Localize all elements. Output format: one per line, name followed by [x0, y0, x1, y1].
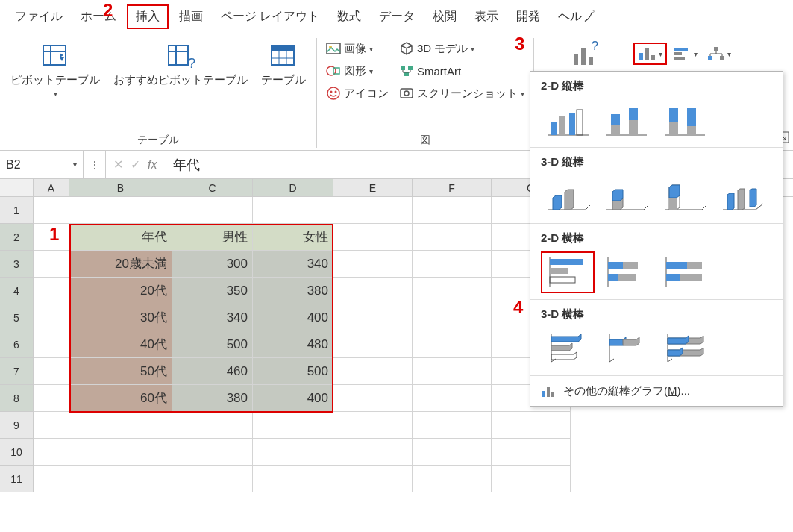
cell[interactable]: 女性	[253, 224, 333, 251]
stacked-bar-icon[interactable]	[599, 251, 653, 293]
cell[interactable]	[413, 304, 492, 331]
cell[interactable]: 年代	[69, 224, 172, 251]
menu-review[interactable]: 校閲	[425, 6, 464, 28]
3d-stacked-bar-icon[interactable]	[599, 328, 653, 369]
fx-icon[interactable]: fx	[148, 158, 157, 172]
col-header[interactable]: A	[34, 179, 69, 196]
3d-model-button[interactable]: 3D モデル ▾	[396, 40, 527, 57]
cell[interactable]	[333, 224, 413, 251]
cell[interactable]	[492, 412, 571, 439]
row-header[interactable]: 3	[0, 251, 34, 278]
cell[interactable]	[253, 412, 333, 439]
insert-function-icon[interactable]: ⋮	[84, 151, 106, 178]
cell[interactable]: 30代	[69, 304, 172, 331]
more-column-charts[interactable]: その他の縦棒グラフ(M)...	[530, 376, 783, 406]
row-header[interactable]: 10	[0, 439, 34, 466]
column-chart-button[interactable]: ▾	[633, 43, 667, 65]
cell[interactable]: 20代	[69, 278, 172, 304]
cell[interactable]: 男性	[172, 224, 253, 251]
col-header[interactable]: E	[333, 179, 413, 196]
cell[interactable]	[69, 439, 172, 466]
menu-view[interactable]: 表示	[467, 6, 506, 28]
cell[interactable]	[413, 412, 492, 439]
cell[interactable]	[413, 385, 492, 412]
cell[interactable]	[333, 412, 413, 439]
cell[interactable]	[34, 412, 69, 439]
menu-file[interactable]: ファイル	[7, 6, 70, 28]
row-header[interactable]: 5	[0, 304, 34, 331]
cell[interactable]: 20歳未満	[69, 251, 172, 278]
row-header[interactable]: 1	[0, 197, 34, 224]
row-header[interactable]: 2	[0, 224, 34, 251]
cell[interactable]	[492, 466, 571, 492]
cell[interactable]	[253, 466, 333, 492]
cell[interactable]: 60代	[69, 385, 172, 412]
cell[interactable]	[34, 358, 69, 385]
cell[interactable]	[333, 358, 413, 385]
cell[interactable]	[492, 439, 571, 466]
cell[interactable]	[172, 439, 253, 466]
3d-clustered-bar-icon[interactable]	[541, 328, 595, 369]
row-header[interactable]: 9	[0, 412, 34, 439]
row-header[interactable]: 11	[0, 466, 34, 492]
col-header[interactable]: C	[172, 179, 253, 196]
stacked-100-column-icon[interactable]	[657, 99, 711, 141]
cell[interactable]	[413, 251, 492, 278]
cell[interactable]	[34, 304, 69, 331]
recommended-pivot-button[interactable]: ? おすすめピボットテーブル	[109, 38, 252, 90]
cell[interactable]	[172, 197, 253, 224]
cell[interactable]	[34, 197, 69, 224]
row-header[interactable]: 7	[0, 358, 34, 385]
cell[interactable]	[413, 331, 492, 358]
enter-icon[interactable]: ✓	[131, 157, 140, 172]
cell[interactable]	[253, 197, 333, 224]
col-header[interactable]: F	[413, 179, 492, 196]
cell[interactable]: 400	[253, 385, 333, 412]
cell[interactable]	[34, 251, 69, 278]
clustered-column-icon[interactable]	[541, 99, 595, 141]
cell[interactable]	[34, 278, 69, 304]
cell[interactable]	[34, 385, 69, 412]
cell[interactable]	[69, 197, 172, 224]
row-header[interactable]: 6	[0, 331, 34, 358]
menu-dev[interactable]: 開発	[509, 6, 548, 28]
3d-stacked-column-icon[interactable]	[599, 175, 653, 217]
cell[interactable]	[34, 439, 69, 466]
cell[interactable]	[413, 358, 492, 385]
cell[interactable]	[333, 197, 413, 224]
cell[interactable]: 380	[253, 278, 333, 304]
cell[interactable]	[333, 278, 413, 304]
formula-input[interactable]: 年代	[164, 156, 209, 174]
cell[interactable]: 40代	[69, 331, 172, 358]
name-box[interactable]: B2▾	[0, 151, 84, 178]
3d-stacked-100-column-icon[interactable]	[657, 175, 711, 217]
cell[interactable]	[69, 466, 172, 492]
cancel-icon[interactable]: ✕	[113, 157, 123, 172]
cell[interactable]	[253, 439, 333, 466]
menu-layout[interactable]: ページ レイアウト	[213, 6, 327, 28]
cell[interactable]	[333, 466, 413, 492]
cell[interactable]: 500	[172, 331, 253, 358]
smartart-button[interactable]: SmartArt	[396, 62, 527, 80]
cell[interactable]	[333, 304, 413, 331]
cell[interactable]	[34, 466, 69, 492]
cell[interactable]: 50代	[69, 358, 172, 385]
cell[interactable]	[172, 412, 253, 439]
cell[interactable]: 460	[172, 358, 253, 385]
3d-stacked-100-bar-icon[interactable]	[657, 328, 711, 369]
col-header[interactable]: D	[253, 179, 333, 196]
row-header[interactable]: 4	[0, 278, 34, 304]
menu-insert[interactable]: 挿入	[127, 4, 169, 29]
cell[interactable]	[333, 251, 413, 278]
cell[interactable]	[69, 412, 172, 439]
cell[interactable]: 300	[172, 251, 253, 278]
select-all-corner[interactable]	[0, 179, 34, 196]
cell[interactable]	[413, 439, 492, 466]
cell[interactable]: 340	[253, 251, 333, 278]
stacked-100-bar-icon[interactable]	[657, 251, 711, 293]
3d-column-icon[interactable]	[715, 175, 769, 217]
cell[interactable]	[413, 224, 492, 251]
image-button[interactable]: 画像 ▾	[323, 40, 392, 57]
cell[interactable]: 350	[172, 278, 253, 304]
shapes-button[interactable]: 図形 ▾	[323, 62, 392, 80]
